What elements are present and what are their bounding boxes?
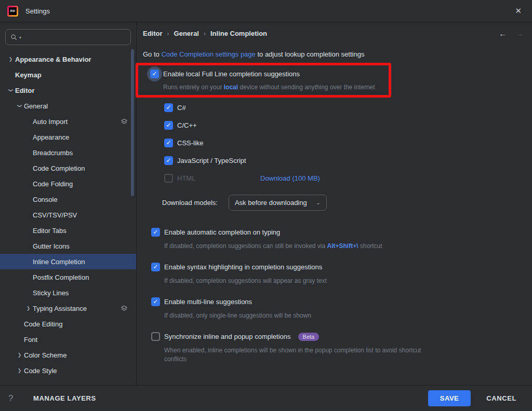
sidebar-item-console[interactable]: Console bbox=[0, 191, 136, 207]
option-row: ✓Enable automatic completion on typing bbox=[151, 228, 532, 237]
sidebar-item-typing-assistance[interactable]: ❯Typing Assistance bbox=[0, 300, 136, 316]
option-label[interactable]: Synchronize inline and popup completions bbox=[164, 333, 291, 340]
sidebar-item-font[interactable]: Font bbox=[0, 332, 136, 347]
breadcrumb-inline-completion: Inline Completion bbox=[210, 30, 267, 37]
language-checkbox-javascript-typescript[interactable]: ✓ bbox=[164, 156, 173, 165]
sidebar-item-code-folding[interactable]: Code Folding bbox=[0, 176, 136, 191]
settings-sidebar: ▾ ❯Appearance & BehaviorKeymap❯Editor❯Ge… bbox=[0, 22, 137, 385]
sidebar-item-editor[interactable]: ❯Editor bbox=[0, 83, 136, 98]
download-models-label: Download models: bbox=[162, 199, 218, 207]
layers-icon bbox=[121, 118, 128, 125]
chevron-down-icon[interactable]: ❯ bbox=[17, 102, 22, 111]
option-row: ✓Enable multi-line suggestions bbox=[151, 297, 532, 306]
breadcrumb-separator: › bbox=[204, 30, 206, 37]
full-line-label[interactable]: Enable local Full Line completion sugges… bbox=[163, 70, 300, 78]
rider-logo-text: RD bbox=[9, 7, 17, 15]
download-model-link[interactable]: Download (100 MB) bbox=[260, 174, 320, 182]
breadcrumb-general[interactable]: General bbox=[174, 30, 199, 37]
sidebar-item-label: Editor Tabs bbox=[33, 227, 66, 235]
cancel-button[interactable]: CANCEL bbox=[486, 394, 516, 402]
option-enable-syntax-highlighting-in-completion-suggestions: ✓Enable syntax highlighting in completio… bbox=[151, 263, 532, 285]
options-list: ✓Enable automatic completion on typingIf… bbox=[143, 228, 532, 364]
sidebar-item-label: Sticky Lines bbox=[33, 289, 69, 297]
sidebar-item-breadcrumbs[interactable]: Breadcrumbs bbox=[0, 145, 136, 160]
chevron-right-icon[interactable]: ❯ bbox=[15, 368, 24, 373]
sidebar-item-label: Breadcrumbs bbox=[33, 149, 73, 157]
sidebar-scrollbar[interactable] bbox=[131, 49, 134, 196]
breadcrumb-editor[interactable]: Editor bbox=[143, 30, 163, 37]
option-description: If disabled, only single-line suggestion… bbox=[151, 311, 442, 320]
checkbox-focus-halo: ✓ bbox=[150, 70, 159, 78]
sidebar-item-label: Keymap bbox=[15, 71, 42, 79]
sidebar-item-label: Color Scheme bbox=[24, 351, 66, 359]
sidebar-item-keymap[interactable]: Keymap bbox=[0, 67, 136, 83]
sidebar-item-appearance[interactable]: Appearance bbox=[0, 129, 136, 145]
dialog-body: ▾ ❯Appearance & BehaviorKeymap❯Editor❯Ge… bbox=[0, 22, 532, 385]
language-checkbox-c-c[interactable]: ✓ bbox=[164, 121, 173, 130]
window-title: Settings bbox=[25, 7, 50, 15]
language-checkbox-html[interactable] bbox=[164, 174, 173, 183]
back-arrow-icon[interactable]: ← bbox=[499, 29, 507, 38]
option-label[interactable]: Enable automatic completion on typing bbox=[164, 228, 280, 236]
settings-dialog: RD Settings ✕ ▾ ❯Appearance & BehaviorKe… bbox=[0, 0, 532, 411]
sidebar-item-label: CSV/TSV/PSV bbox=[33, 211, 77, 219]
option-description: If disabled, completion suggestions can … bbox=[151, 242, 442, 251]
sidebar-item-label: Postfix Completion bbox=[33, 273, 89, 281]
sidebar-item-editor-tabs[interactable]: Editor Tabs bbox=[0, 223, 136, 238]
language-row-css-like: ✓CSS-like bbox=[164, 139, 532, 147]
beta-badge: Beta bbox=[298, 333, 320, 341]
option-label[interactable]: Enable multi-line suggestions bbox=[164, 298, 252, 306]
option-checkbox-enable-multi-line-suggestions[interactable]: ✓ bbox=[151, 297, 160, 306]
search-options-caret-icon[interactable]: ▾ bbox=[19, 35, 21, 40]
language-list: ✓C#✓C/C++✓CSS-like✓JavaScript / TypeScri… bbox=[143, 103, 532, 183]
manage-layers-button[interactable]: MANAGE LAYERS bbox=[33, 394, 96, 402]
language-checkbox-c[interactable]: ✓ bbox=[164, 103, 173, 112]
intro-post: to adjust lookup completion settings bbox=[256, 50, 365, 58]
sidebar-item-postfix-completion[interactable]: Postfix Completion bbox=[0, 269, 136, 285]
sidebar-item-code-editing[interactable]: Code Editing bbox=[0, 316, 136, 332]
download-models-select[interactable]: Ask before downloading ⌄ bbox=[229, 195, 327, 211]
sidebar-item-color-scheme[interactable]: ❯Color Scheme bbox=[0, 347, 136, 363]
local-accent: local bbox=[224, 84, 238, 91]
sidebar-item-csv-tsv-psv[interactable]: CSV/TSV/PSV bbox=[0, 207, 136, 223]
desc-post: shortcut bbox=[358, 242, 382, 250]
desc-post: device without sending anything over the… bbox=[238, 84, 375, 91]
sidebar-item-general[interactable]: ❯General bbox=[0, 98, 136, 114]
close-icon[interactable]: ✕ bbox=[512, 5, 525, 17]
chevron-right-icon[interactable]: ❯ bbox=[24, 306, 33, 311]
chevron-down-icon: ⌄ bbox=[316, 199, 321, 206]
sidebar-item-sticky-lines[interactable]: Sticky Lines bbox=[0, 285, 136, 300]
chevron-right-icon[interactable]: ❯ bbox=[6, 57, 15, 62]
sidebar-item-label: Code Editing bbox=[24, 320, 62, 328]
chevron-right-icon[interactable]: ❯ bbox=[15, 352, 24, 358]
sidebar-item-label: Typing Assistance bbox=[33, 305, 87, 312]
search-input[interactable]: ▾ bbox=[5, 29, 131, 45]
intro-pre: Go to bbox=[143, 50, 161, 58]
option-label[interactable]: Enable syntax highlighting in completion… bbox=[164, 263, 322, 271]
language-label: C# bbox=[177, 104, 256, 112]
save-button[interactable]: SAVE bbox=[428, 390, 471, 406]
sidebar-item-inline-completion[interactable]: Inline Completion bbox=[0, 254, 136, 269]
sidebar-item-gutter-icons[interactable]: Gutter Icons bbox=[0, 238, 136, 254]
option-row: ✓Enable syntax highlighting in completio… bbox=[151, 263, 532, 271]
search-icon bbox=[10, 34, 18, 41]
help-icon[interactable]: ? bbox=[8, 393, 29, 404]
full-line-checkbox[interactable]: ✓ bbox=[150, 70, 159, 78]
option-checkbox-enable-automatic-completion-on-typing[interactable]: ✓ bbox=[151, 228, 160, 237]
option-synchronize-inline-and-popup-completions: Synchronize inline and popup completions… bbox=[151, 332, 532, 364]
option-checkbox-synchronize-inline-and-popup-completions[interactable] bbox=[151, 332, 160, 341]
desc-pre: If disabled, completion suggestions can … bbox=[164, 242, 327, 250]
sidebar-item-appearance-behavior[interactable]: ❯Appearance & Behavior bbox=[0, 51, 136, 67]
sidebar-item-label: Inline Completion bbox=[33, 258, 85, 266]
breadcrumb-separator: › bbox=[167, 30, 169, 37]
code-completion-settings-link[interactable]: Code Completion settings page bbox=[161, 50, 255, 58]
language-label: C/C++ bbox=[177, 121, 256, 129]
sidebar-item-code-style[interactable]: ❯Code Style bbox=[0, 363, 136, 378]
sidebar-item-label: Code Style bbox=[24, 367, 57, 375]
sidebar-item-auto-import[interactable]: Auto Import bbox=[0, 114, 136, 129]
sidebar-item-code-completion[interactable]: Code Completion bbox=[0, 160, 136, 176]
chevron-down-icon[interactable]: ❯ bbox=[8, 86, 14, 95]
option-checkbox-enable-syntax-highlighting-in-completion-suggestions[interactable]: ✓ bbox=[151, 263, 160, 271]
language-checkbox-css-like[interactable]: ✓ bbox=[164, 139, 173, 147]
language-row-c: ✓C# bbox=[164, 103, 532, 112]
